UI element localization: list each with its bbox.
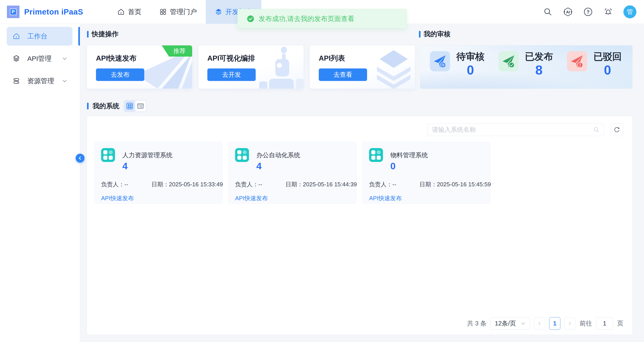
api-count: 4 [256, 161, 262, 172]
my-review-card: 待审核 0 已发布 8 已驳回 [420, 45, 632, 89]
owner-label: 负责人： [369, 181, 392, 188]
ai-assistant-icon[interactable]: AI [563, 7, 573, 17]
api-quick-publish-link[interactable]: API快速发布 [101, 194, 134, 202]
next-page-button[interactable] [564, 317, 576, 330]
paper-plane-check-icon [500, 53, 517, 69]
sidebar-item-api-management[interactable]: API管理 [7, 49, 72, 68]
date-label: 日期： [420, 181, 437, 188]
chevron-down-icon [62, 56, 68, 62]
nav-label: 首页 [128, 8, 141, 16]
refresh-icon [614, 126, 620, 133]
system-search-input[interactable] [428, 126, 593, 133]
prev-page-button[interactable] [534, 317, 545, 330]
sidebar-item-label: 资源管理 [27, 76, 54, 86]
system-meta: 负责人：-- 日期：2025-05-16 15:45:59 [369, 180, 396, 188]
header-actions: AI ? 管 [543, 0, 636, 24]
title-accent-bar [419, 31, 420, 38]
success-check-icon [247, 15, 254, 22]
paper-plane-alert-icon [569, 53, 585, 69]
nav-item-admin-portal[interactable]: 管理门户 [150, 0, 206, 24]
stat-tile [430, 51, 450, 71]
owner-label: 负责人： [235, 181, 258, 188]
section-title-text: 快捷操作 [92, 30, 118, 39]
app-logo: P Primeton iPaaS [6, 5, 83, 19]
help-icon[interactable]: ? [583, 7, 593, 17]
go-develop-button[interactable]: 去开发 [207, 68, 256, 81]
stat-rejected: 已驳回 0 [567, 51, 622, 88]
robot-illustration [259, 46, 304, 88]
section-title-text: 我的审核 [424, 30, 450, 39]
api-quick-publish-link[interactable]: API快速发布 [369, 194, 402, 202]
page-size-value: 12条/页 [495, 319, 516, 328]
go-publish-button[interactable]: 去发布 [96, 68, 144, 81]
stat-label: 已驳回 [594, 51, 622, 62]
view-mode-toggle [124, 100, 147, 112]
toast-message: 发布成功,请去我的发布页面查看 [258, 14, 354, 24]
system-card-material[interactable]: 物料管理系统 0 负责人：-- 日期：2025-05-16 15:45:59 A… [362, 142, 490, 204]
system-search-box [427, 124, 604, 136]
system-meta: 负责人：-- 日期：2025-05-16 15:33:49 [101, 180, 128, 188]
sidebar-collapse-button[interactable] [76, 154, 84, 162]
system-name: 物料管理系统 [390, 151, 428, 160]
chevron-down-icon [521, 321, 526, 326]
primeton-logo-icon: P [6, 5, 20, 19]
list-view-button[interactable] [135, 101, 146, 112]
sidebar-item-resource-management[interactable]: 资源管理 [7, 72, 72, 90]
date-value: 2025-05-16 15:33:49 [169, 181, 223, 188]
app-title: Primeton iPaaS [24, 8, 83, 16]
search-icon[interactable] [543, 7, 553, 17]
api-count: 4 [122, 161, 128, 172]
sidebar: 工作台 API管理 资源管理 [0, 24, 80, 342]
system-card-list: 人力资源管理系统 4 负责人：-- 日期：2025-05-16 15:33:49… [94, 142, 490, 204]
grid-view-button[interactable] [124, 101, 135, 112]
stat-tile [498, 51, 519, 71]
layers-icon [215, 8, 222, 16]
success-toast: 发布成功,请去我的发布页面查看 [237, 9, 407, 29]
stat-label: 已发布 [525, 51, 553, 62]
search-icon[interactable] [593, 126, 600, 133]
pagination-total: 共 3 条 [467, 319, 486, 328]
owner-value: -- [258, 181, 262, 188]
paper-plane-clock-icon [432, 53, 448, 69]
home-icon [117, 8, 125, 16]
title-accent-bar [87, 103, 88, 110]
stat-tile [567, 51, 587, 71]
api-count: 0 [390, 161, 396, 172]
page-number-button[interactable]: 1 [549, 317, 560, 330]
layers-icon [12, 55, 20, 62]
system-name: 人力资源管理系统 [122, 151, 172, 160]
system-card-oa[interactable]: 办公自动化系统 4 负责人：-- 日期：2025-05-16 15:44:39 … [228, 142, 356, 204]
system-card-hr[interactable]: 人力资源管理系统 4 负责人：-- 日期：2025-05-16 15:33:49… [94, 142, 222, 204]
logo-letter: P [12, 9, 15, 14]
stat-pending-review: 待审核 0 [430, 51, 484, 88]
avatar-text: 管 [627, 8, 633, 16]
go-view-button[interactable]: 去查看 [319, 68, 367, 81]
chevron-down-icon [62, 78, 68, 84]
server-icon [12, 77, 20, 85]
chevron-left-icon [78, 156, 82, 160]
active-item-indicator [78, 27, 80, 46]
refresh-button[interactable] [611, 124, 623, 136]
nav-item-home[interactable]: 首页 [108, 0, 150, 24]
ai-icon-label: AI [566, 10, 570, 14]
quick-action-cards: API快速发布 推荐 去发布 API可视化编排 去开发 API列表 去查看 [87, 45, 415, 89]
notification-bell-icon[interactable] [603, 7, 613, 17]
card-title: API可视化编排 [207, 54, 255, 63]
sidebar-item-workbench[interactable]: 工作台 [7, 27, 72, 46]
user-avatar[interactable]: 管 [624, 5, 636, 18]
system-app-icon [369, 148, 383, 162]
current-page: 1 [553, 320, 556, 327]
date-value: 2025-05-16 15:45:59 [437, 181, 491, 188]
api-quick-publish-link[interactable]: API快速发布 [235, 194, 268, 202]
goto-page-input[interactable] [596, 317, 613, 330]
stat-value: 0 [467, 63, 474, 77]
date-label: 日期： [286, 181, 303, 188]
card-api-quick-publish: API快速发布 推荐 去发布 [87, 45, 192, 89]
layers-illustration [368, 46, 415, 88]
home-icon [12, 32, 20, 40]
owner-value: -- [124, 181, 128, 188]
page-size-select[interactable]: 12条/页 [490, 317, 530, 330]
card-api-visual-orchestration: API可视化编排 去开发 [198, 45, 304, 89]
owner-label: 负责人： [101, 181, 124, 188]
sidebar-item-label: API管理 [27, 54, 52, 63]
